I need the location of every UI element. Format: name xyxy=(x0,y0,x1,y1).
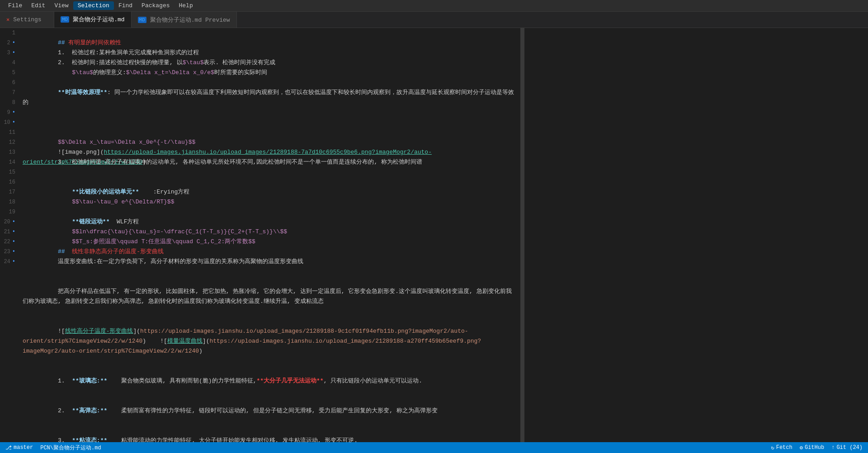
menu-edit[interactable]: Edit xyxy=(27,1,50,10)
git-branch-label: master xyxy=(14,444,33,451)
tab-md-file[interactable]: MD 聚合物分子运动.md xyxy=(54,12,132,28)
git-branch-item[interactable]: ⎇ master xyxy=(5,444,33,451)
panel-divider[interactable] xyxy=(521,28,524,442)
ln-22: 22 xyxy=(0,237,15,247)
status-left: ⎇ master PCN\聚合物分子运动.md xyxy=(5,444,101,452)
code-line-1: ## 有明显的时间依赖性 xyxy=(23,28,517,38)
file-path-item: PCN\聚合物分子运动.md xyxy=(40,444,101,452)
close-tab-icon: ✕ xyxy=(6,16,9,23)
git-label: Git (24) xyxy=(836,444,863,451)
ln-4: 4 xyxy=(0,58,15,68)
github-item[interactable]: ⚙ GitHub xyxy=(800,444,824,451)
preview-area xyxy=(524,28,868,442)
md-icon: MD xyxy=(61,16,69,23)
tab-md-preview[interactable]: MD 聚合物分子运动.md Preview xyxy=(132,12,237,28)
ln-13: 13 xyxy=(0,147,15,157)
code-line-20: ![线性高分子温度-形变曲线](https://upload-images.ji… xyxy=(23,316,517,366)
code-line-23: 3. **粘流态:** 粘滑能流动的力学性能特征, 大分子链开始能发生相对位移,… xyxy=(23,426,517,442)
git-icon: ↑ xyxy=(831,444,835,451)
tab-preview-label: 聚合物分子运动.md Preview xyxy=(150,16,230,24)
ln-21: 21 xyxy=(0,227,15,237)
editor-text[interactable]: ## 有明显的时间依赖性 1. 松弛过程:某种鱼洞单元完成魔种鱼洞形式的过程 2… xyxy=(19,28,520,442)
ln-6: 6 xyxy=(0,78,15,88)
editor-content: 1 2 3 4 5 6 7 8 9 10 11 12 13 14 15 16 1… xyxy=(0,28,520,442)
code-line-6: **时温等效原理**: 同一个力学松弛现象即可以在较高温度下利用效短时间内观察到… xyxy=(23,78,517,118)
code-line-8: $$\Delta x_\tau=\Delta x_0e^{-t/\tau}$$ xyxy=(23,127,517,137)
menu-bar: File Edit View Selection Find Packages H… xyxy=(0,0,868,12)
ln-23: 23 xyxy=(0,247,15,257)
tab-settings[interactable]: ✕ Settings xyxy=(0,12,54,28)
code-line-22: 2. **高弹态:** 柔韧而富有弹性的力学特征, 链段时可以运动的, 但是分子… xyxy=(23,396,517,426)
main-area: 1 2 3 4 5 6 7 8 9 10 11 12 13 14 15 16 1… xyxy=(0,28,868,442)
code-line-7 xyxy=(23,118,517,127)
ln-5: 5 xyxy=(0,68,15,78)
ln-16: 16 xyxy=(0,177,15,187)
code-line-21: 1. **玻璃态:** 聚合物类似玻璃, 具有刚而韧(脆)的力学性能特征,**大… xyxy=(23,366,517,396)
ln-8: 8 xyxy=(0,98,15,108)
github-label: GitHub xyxy=(805,444,824,451)
menu-packages[interactable]: Packages xyxy=(137,1,174,10)
tab-settings-label: Settings xyxy=(13,16,41,23)
ln-18: 18 xyxy=(0,197,15,207)
ln-15: 15 xyxy=(0,167,15,177)
preview-panel xyxy=(524,28,868,442)
menu-view[interactable]: View xyxy=(50,1,73,10)
ln-12: 12 xyxy=(0,137,15,147)
code-line-11: **比链段小的运动单元** :Erying方程 xyxy=(23,177,517,187)
code-line-14: **链段运动** WLF方程 xyxy=(23,207,517,217)
fetch-icon: ↻ xyxy=(771,444,774,451)
ln-10: 10 xyxy=(0,118,15,127)
ln-24: 24 xyxy=(0,257,15,267)
status-right: ↻ Fetch ⚙ GitHub ↑ Git (24) xyxy=(771,444,863,451)
ln-14: 14 xyxy=(0,157,15,167)
fetch-label: Fetch xyxy=(776,444,793,451)
git-item[interactable]: ↑ Git (24) xyxy=(831,444,863,451)
github-icon: ⚙ xyxy=(800,444,803,451)
tab-md-label: 聚合物分子运动.md xyxy=(73,15,124,24)
ln-11: 11 xyxy=(0,127,15,137)
line-numbers: 1 2 3 4 5 6 7 8 9 10 11 12 13 14 15 16 1… xyxy=(0,28,19,442)
fetch-item[interactable]: ↻ Fetch xyxy=(771,444,792,451)
md-preview-icon: MD xyxy=(138,17,146,23)
menu-file[interactable]: File xyxy=(4,1,27,10)
ln-20: 20 xyxy=(0,217,15,227)
file-path-label: PCN\聚合物分子运动.md xyxy=(40,444,101,452)
editor-panel: 1 2 3 4 5 6 7 8 9 10 11 12 13 14 15 16 1… xyxy=(0,28,521,442)
ln-7: 7 xyxy=(0,88,15,98)
ln-19: 19 xyxy=(0,207,15,217)
status-bar: ⎇ master PCN\聚合物分子运动.md ↻ Fetch ⚙ GitHub… xyxy=(0,442,868,453)
menu-help[interactable]: Help xyxy=(175,1,198,10)
ln-1: 1 xyxy=(0,28,15,38)
git-branch-icon: ⎇ xyxy=(5,444,12,451)
ln-2: 2 xyxy=(0,38,15,48)
code-line-19: 把高分子样品在低温下, 有一定的形状, 比如圆柱体, 把它加热, 热胀冷缩, 它… xyxy=(23,277,517,316)
ln-9: 9 xyxy=(0,108,15,118)
menu-selection[interactable]: Selection xyxy=(73,1,114,10)
ln-17: 17 xyxy=(0,187,15,197)
ln-3: 3 xyxy=(0,48,15,58)
menu-find[interactable]: Find xyxy=(114,1,137,10)
tab-bar: ✕ Settings MD 聚合物分子运动.md MD 聚合物分子运动.md P… xyxy=(0,12,868,28)
